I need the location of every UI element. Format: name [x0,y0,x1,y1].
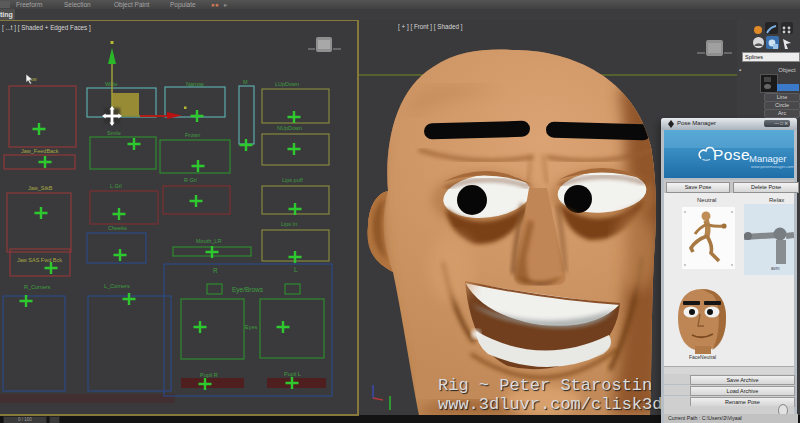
svg-text:Mouth_LR: Mouth_LR [196,238,221,244]
svg-text:Lips In: Lips In [281,221,297,227]
svg-text:Jaw_StkB: Jaw_StkB [28,185,53,191]
svg-text:[ + ] [ Front ] [ Shaded ]: [ + ] [ Front ] [ Shaded ] [398,23,463,31]
svg-text:Lips puff: Lips puff [282,177,303,183]
svg-text:Frown: Frown [185,132,200,138]
svg-text:[ ...t ] [ Shaded + Edged Face: [ ...t ] [ Shaded + Edged Faces ] [2,24,91,32]
svg-text:L_Corners: L_Corners [104,283,130,289]
svg-text:L: L [294,266,298,273]
svg-text:Eyes: Eyes [245,324,257,330]
svg-text:Jaw_FeedBack: Jaw_FeedBack [21,148,59,154]
svg-text:Pupil L: Pupil L [284,371,301,377]
svg-text:L Grl: L Grl [110,183,122,189]
svg-text:Pose: Pose [713,146,750,163]
svg-text:LUpDown: LUpDown [275,81,299,87]
svg-text:Eye/Brows: Eye/Brows [232,286,264,294]
svg-text:Narrow: Narrow [186,81,204,87]
svg-text:Smile: Smile [107,130,121,136]
svg-text:R_Corners: R_Corners [24,284,51,290]
svg-text:Jaw SAS Fwd Bck: Jaw SAS Fwd Bck [17,257,62,263]
svg-text:R: R [213,267,218,274]
svg-text:M: M [243,79,248,85]
svg-text:Cheeks: Cheeks [108,225,127,231]
svg-text:Manager: Manager [749,153,787,164]
svg-text:avm: avm [771,266,780,271]
svg-text:www.posemanager.com: www.posemanager.com [751,164,794,169]
svg-text:Pupil R: Pupil R [200,372,218,378]
svg-text:R Grl: R Grl [184,177,197,183]
svg-text:NUpDown: NUpDown [277,125,302,131]
